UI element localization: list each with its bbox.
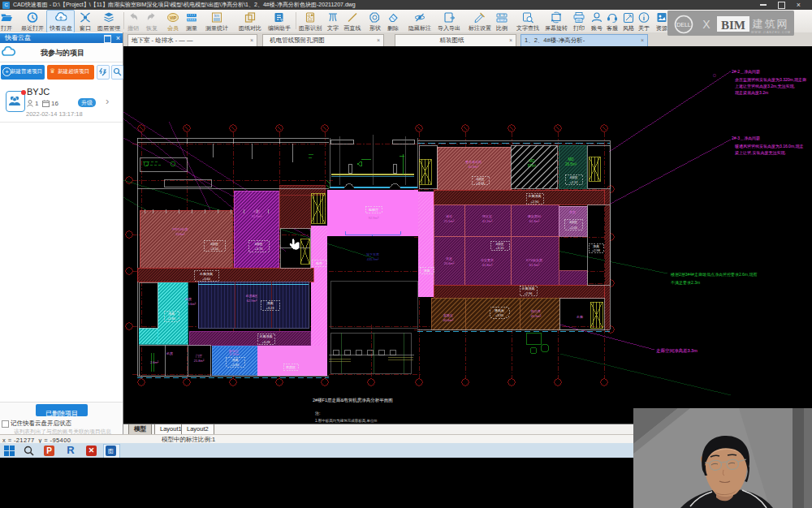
svg-text:实验室: 实验室 bbox=[443, 313, 453, 317]
svg-text:+5.85: +5.85 bbox=[231, 363, 240, 367]
svg-text:+3.60: +3.60 bbox=[202, 277, 211, 281]
svg-text:上返让至管线高度3.2m,无法实现,: 上返让至管线高度3.2m,无法实现, bbox=[735, 84, 795, 89]
svg-text:通风柜: 通风柜 bbox=[495, 308, 504, 312]
svg-text:92.9m²: 92.9m² bbox=[252, 214, 262, 218]
svg-text:153m²: 153m² bbox=[175, 232, 185, 236]
svg-text:97m²: 97m² bbox=[528, 164, 537, 168]
svg-text:电井: 电井 bbox=[316, 261, 322, 265]
svg-text:+2.05: +2.05 bbox=[569, 226, 578, 230]
svg-text:435.9m²: 435.9m² bbox=[367, 257, 379, 261]
svg-text:地下车库: 地下车库 bbox=[365, 252, 379, 256]
svg-text:门厅: 门厅 bbox=[196, 354, 202, 358]
svg-text:现走梁底高度3.2m: 现走梁底高度3.2m bbox=[735, 90, 768, 96]
svg-text:2#-3＿净高问题: 2#-3＿净高问题 bbox=[732, 136, 760, 141]
svg-text:淋浴: 淋浴 bbox=[446, 214, 452, 218]
svg-text:机房A区: 机房A区 bbox=[245, 294, 258, 298]
svg-text:暖通风管管线安装高度为3.16.0m,现走: 暖通风管管线安装高度为3.16.0m,现走 bbox=[735, 144, 803, 149]
svg-text:+2.80: +2.80 bbox=[167, 316, 176, 321]
svg-text:走廊净高: 走廊净高 bbox=[529, 194, 542, 198]
svg-text:km: km bbox=[214, 14, 219, 18]
svg-text:电梯厅: 电梯厅 bbox=[369, 208, 378, 212]
svg-text:净高: 净高 bbox=[168, 312, 175, 316]
svg-text:理发室: 理发室 bbox=[482, 214, 492, 218]
svg-text:+3.75: +3.75 bbox=[254, 247, 263, 251]
svg-text:+3.50: +3.50 bbox=[210, 247, 219, 251]
svg-text:2#-2＿净高问题: 2#-2＿净高问题 bbox=[732, 69, 760, 75]
svg-text:45.9m²: 45.9m² bbox=[531, 314, 542, 318]
svg-text:40.9m²: 40.9m² bbox=[469, 165, 479, 169]
svg-text:61.9m²: 61.9m² bbox=[529, 263, 540, 267]
svg-text:4排区: 4排区 bbox=[254, 242, 262, 246]
svg-text:+3.15: +3.15 bbox=[495, 246, 504, 250]
svg-text:BIM: BIM bbox=[721, 19, 745, 32]
svg-text:走廊净高: 走廊净高 bbox=[522, 286, 535, 291]
svg-text:健身房60: 健身房60 bbox=[528, 214, 542, 218]
svg-text:不满足要求2.3m: 不满足要求2.3m bbox=[671, 280, 700, 286]
svg-text:+3.28: +3.28 bbox=[261, 340, 270, 344]
svg-text:+2.98: +2.98 bbox=[592, 248, 601, 252]
svg-text:X: X bbox=[702, 18, 710, 31]
svg-text:21.8m²: 21.8m² bbox=[194, 359, 205, 363]
svg-text:▢: ▢ bbox=[713, 73, 716, 77]
svg-text:净高: 净高 bbox=[424, 269, 430, 273]
svg-text:26.5m²: 26.5m² bbox=[565, 162, 577, 166]
svg-text:净高: 净高 bbox=[232, 358, 239, 362]
svg-text:楼层2层3#4#走廊最低点净高管控要求2.6m,现有: 楼层2层3#4#走廊最低点净高管控要求2.6m,现有 bbox=[670, 272, 757, 278]
svg-text:PRTU机房: PRTU机房 bbox=[173, 227, 188, 231]
svg-text:建筑网: 建筑网 bbox=[752, 18, 789, 30]
svg-text:-0.35m: -0.35m bbox=[229, 352, 240, 356]
svg-text:62.3m²: 62.3m² bbox=[529, 219, 540, 223]
svg-text:20.6m²: 20.6m² bbox=[444, 261, 455, 265]
svg-text:库房区: 库房区 bbox=[286, 365, 296, 369]
svg-text:DELL: DELL bbox=[676, 22, 691, 28]
svg-text:41.2m²: 41.2m² bbox=[482, 219, 493, 223]
svg-text:走廊净高: 走廊净高 bbox=[200, 272, 213, 276]
svg-text:4排区: 4排区 bbox=[569, 220, 577, 224]
svg-text:92.9m²: 92.9m² bbox=[369, 216, 379, 220]
svg-text:净高: 净高 bbox=[267, 301, 274, 305]
svg-text:62.9m²: 62.9m² bbox=[247, 299, 257, 303]
svg-text:+3.23: +3.23 bbox=[266, 306, 274, 310]
svg-text:41.8m²: 41.8m² bbox=[482, 263, 493, 267]
svg-text:1 : 2: 1 : 2 bbox=[499, 19, 505, 22]
svg-text:MD: MD bbox=[529, 159, 536, 163]
svg-text:4排区: 4排区 bbox=[210, 242, 218, 246]
svg-text:2#楼F1层走廊&电管机房净高分析平面图: 2#楼F1层走廊&电管机房净高分析平面图 bbox=[313, 398, 393, 403]
svg-text:4排区: 4排区 bbox=[569, 175, 577, 179]
svg-text:W W W . J I A N Z H U . C O M: W W W . J I A N Z H U . C O M bbox=[751, 31, 790, 34]
svg-text:MD: MD bbox=[568, 157, 575, 161]
svg-text:注:: 注: bbox=[315, 411, 320, 415]
svg-text:余压监测管线安装高度为3.320m,现走廊: 余压监测管线安装高度为3.320m,现走廊 bbox=[735, 77, 806, 83]
svg-text:走廊净高: 走廊净高 bbox=[260, 334, 273, 338]
svg-text:库房: 库房 bbox=[569, 210, 576, 214]
svg-text:21.5m²: 21.5m² bbox=[444, 219, 455, 223]
svg-text:VIP: VIP bbox=[170, 15, 177, 20]
svg-text:A : B: A : B bbox=[499, 14, 505, 17]
svg-text:+2.12: +2.12 bbox=[569, 180, 578, 184]
svg-text:机房: 机房 bbox=[184, 297, 192, 301]
svg-text:机房: 机房 bbox=[166, 351, 173, 355]
svg-text:休息: 休息 bbox=[446, 256, 452, 260]
svg-text:+3.95: +3.95 bbox=[495, 313, 504, 317]
svg-text:KTV娱乐房: KTV娱乐房 bbox=[526, 258, 542, 262]
svg-text:+2.96: +2.96 bbox=[524, 291, 533, 295]
svg-text:走廊: 走廊 bbox=[577, 315, 583, 319]
svg-text:梁上让管,安装高度无法实现.: 梁上让管,安装高度无法实现. bbox=[735, 150, 786, 156]
svg-text:2.6m²: 2.6m² bbox=[150, 360, 159, 364]
svg-text:+2.90: +2.90 bbox=[530, 200, 539, 204]
svg-text:浴室更衣: 浴室更衣 bbox=[481, 258, 494, 262]
svg-text:机房: 机房 bbox=[253, 209, 260, 213]
svg-text:40.6m²: 40.6m² bbox=[443, 318, 454, 322]
svg-text:走廊空间净高差3.3m: 走廊空间净高差3.3m bbox=[656, 348, 698, 354]
svg-text:+3.04: +3.04 bbox=[476, 181, 485, 185]
svg-text:9.6m²: 9.6m² bbox=[188, 302, 197, 306]
